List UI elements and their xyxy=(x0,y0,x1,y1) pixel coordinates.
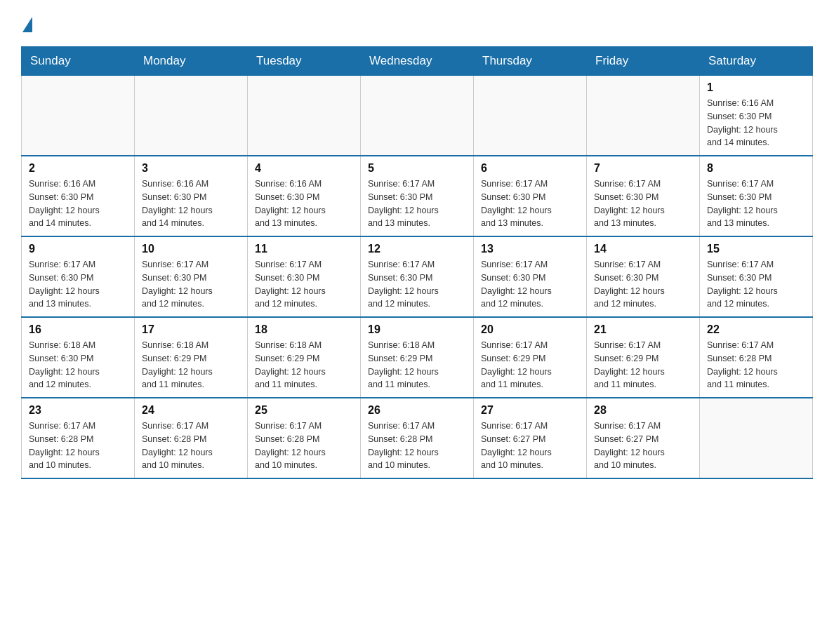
calendar-cell: 26Sunrise: 6:17 AM Sunset: 6:28 PM Dayli… xyxy=(361,398,474,478)
calendar-cell: 8Sunrise: 6:17 AM Sunset: 6:30 PM Daylig… xyxy=(700,156,813,236)
day-number: 3 xyxy=(142,162,240,175)
day-info: Sunrise: 6:17 AM Sunset: 6:28 PM Dayligh… xyxy=(368,420,466,472)
calendar-cell: 7Sunrise: 6:17 AM Sunset: 6:30 PM Daylig… xyxy=(587,156,700,236)
day-info: Sunrise: 6:17 AM Sunset: 6:28 PM Dayligh… xyxy=(707,339,805,391)
day-info: Sunrise: 6:17 AM Sunset: 6:30 PM Dayligh… xyxy=(707,258,805,311)
calendar-week-row: 23Sunrise: 6:17 AM Sunset: 6:28 PM Dayli… xyxy=(22,398,813,478)
calendar-cell xyxy=(361,76,474,156)
day-info: Sunrise: 6:16 AM Sunset: 6:30 PM Dayligh… xyxy=(142,177,240,230)
calendar-cell xyxy=(474,76,587,156)
day-number: 4 xyxy=(255,162,353,175)
logo xyxy=(21,14,32,32)
day-number: 16 xyxy=(29,323,127,336)
calendar-cell: 23Sunrise: 6:17 AM Sunset: 6:28 PM Dayli… xyxy=(22,398,135,478)
calendar-cell: 17Sunrise: 6:18 AM Sunset: 6:29 PM Dayli… xyxy=(135,317,248,398)
calendar-cell: 19Sunrise: 6:18 AM Sunset: 6:29 PM Dayli… xyxy=(361,317,474,398)
day-info: Sunrise: 6:17 AM Sunset: 6:30 PM Dayligh… xyxy=(707,177,805,230)
day-info: Sunrise: 6:17 AM Sunset: 6:30 PM Dayligh… xyxy=(481,258,579,311)
day-number: 12 xyxy=(368,243,466,255)
calendar-cell xyxy=(587,76,700,156)
calendar-cell: 28Sunrise: 6:17 AM Sunset: 6:27 PM Dayli… xyxy=(587,398,700,478)
day-number: 25 xyxy=(255,404,353,417)
day-of-week-header: Friday xyxy=(587,47,700,76)
calendar-cell: 5Sunrise: 6:17 AM Sunset: 6:30 PM Daylig… xyxy=(361,156,474,236)
day-number: 6 xyxy=(481,162,579,175)
day-number: 20 xyxy=(481,323,579,336)
day-info: Sunrise: 6:17 AM Sunset: 6:30 PM Dayligh… xyxy=(594,258,692,311)
day-number: 9 xyxy=(29,243,127,255)
calendar-cell: 4Sunrise: 6:16 AM Sunset: 6:30 PM Daylig… xyxy=(248,156,361,236)
day-info: Sunrise: 6:17 AM Sunset: 6:30 PM Dayligh… xyxy=(368,177,466,230)
day-info: Sunrise: 6:16 AM Sunset: 6:30 PM Dayligh… xyxy=(29,177,127,230)
calendar-cell: 27Sunrise: 6:17 AM Sunset: 6:27 PM Dayli… xyxy=(474,398,587,478)
day-of-week-header: Tuesday xyxy=(248,47,361,76)
day-number: 23 xyxy=(29,404,127,417)
day-info: Sunrise: 6:16 AM Sunset: 6:30 PM Dayligh… xyxy=(255,177,353,230)
logo-triangle-icon xyxy=(22,17,32,32)
calendar-cell xyxy=(248,76,361,156)
calendar-cell: 25Sunrise: 6:17 AM Sunset: 6:28 PM Dayli… xyxy=(248,398,361,478)
calendar-cell: 15Sunrise: 6:17 AM Sunset: 6:30 PM Dayli… xyxy=(700,236,813,317)
day-info: Sunrise: 6:17 AM Sunset: 6:28 PM Dayligh… xyxy=(255,420,353,472)
calendar-cell: 10Sunrise: 6:17 AM Sunset: 6:30 PM Dayli… xyxy=(135,236,248,317)
calendar-cell: 22Sunrise: 6:17 AM Sunset: 6:28 PM Dayli… xyxy=(700,317,813,398)
day-number: 24 xyxy=(142,404,240,417)
day-number: 27 xyxy=(481,404,579,417)
calendar-cell: 13Sunrise: 6:17 AM Sunset: 6:30 PM Dayli… xyxy=(474,236,587,317)
day-number: 18 xyxy=(255,323,353,336)
day-info: Sunrise: 6:17 AM Sunset: 6:29 PM Dayligh… xyxy=(481,339,579,391)
day-number: 5 xyxy=(368,162,466,175)
calendar-cell: 16Sunrise: 6:18 AM Sunset: 6:30 PM Dayli… xyxy=(22,317,135,398)
calendar-cell: 21Sunrise: 6:17 AM Sunset: 6:29 PM Dayli… xyxy=(587,317,700,398)
day-number: 8 xyxy=(707,162,805,175)
calendar-cell: 14Sunrise: 6:17 AM Sunset: 6:30 PM Dayli… xyxy=(587,236,700,317)
day-number: 2 xyxy=(29,162,127,175)
day-number: 17 xyxy=(142,323,240,336)
day-info: Sunrise: 6:18 AM Sunset: 6:29 PM Dayligh… xyxy=(255,339,353,391)
calendar-cell: 9Sunrise: 6:17 AM Sunset: 6:30 PM Daylig… xyxy=(22,236,135,317)
day-number: 28 xyxy=(594,404,692,417)
day-info: Sunrise: 6:18 AM Sunset: 6:29 PM Dayligh… xyxy=(142,339,240,391)
calendar-week-row: 1Sunrise: 6:16 AM Sunset: 6:30 PM Daylig… xyxy=(22,76,813,156)
day-number: 21 xyxy=(594,323,692,336)
day-of-week-header: Wednesday xyxy=(361,47,474,76)
calendar-cell: 18Sunrise: 6:18 AM Sunset: 6:29 PM Dayli… xyxy=(248,317,361,398)
day-number: 13 xyxy=(481,243,579,255)
calendar-cell: 3Sunrise: 6:16 AM Sunset: 6:30 PM Daylig… xyxy=(135,156,248,236)
page-header xyxy=(21,14,813,32)
calendar-week-row: 2Sunrise: 6:16 AM Sunset: 6:30 PM Daylig… xyxy=(22,156,813,236)
day-number: 15 xyxy=(707,243,805,255)
calendar-cell: 2Sunrise: 6:16 AM Sunset: 6:30 PM Daylig… xyxy=(22,156,135,236)
calendar-cell xyxy=(700,398,813,478)
day-info: Sunrise: 6:17 AM Sunset: 6:30 PM Dayligh… xyxy=(594,177,692,230)
day-info: Sunrise: 6:17 AM Sunset: 6:30 PM Dayligh… xyxy=(481,177,579,230)
day-of-week-header: Sunday xyxy=(22,47,135,76)
calendar-table: SundayMondayTuesdayWednesdayThursdayFrid… xyxy=(21,46,813,479)
day-info: Sunrise: 6:17 AM Sunset: 6:28 PM Dayligh… xyxy=(142,420,240,472)
calendar-cell: 6Sunrise: 6:17 AM Sunset: 6:30 PM Daylig… xyxy=(474,156,587,236)
day-info: Sunrise: 6:17 AM Sunset: 6:27 PM Dayligh… xyxy=(594,420,692,472)
calendar-cell: 24Sunrise: 6:17 AM Sunset: 6:28 PM Dayli… xyxy=(135,398,248,478)
day-number: 1 xyxy=(707,81,805,94)
day-info: Sunrise: 6:18 AM Sunset: 6:30 PM Dayligh… xyxy=(29,339,127,391)
day-number: 22 xyxy=(707,323,805,336)
day-of-week-header: Thursday xyxy=(474,47,587,76)
day-info: Sunrise: 6:16 AM Sunset: 6:30 PM Dayligh… xyxy=(707,97,805,149)
calendar-cell: 1Sunrise: 6:16 AM Sunset: 6:30 PM Daylig… xyxy=(700,76,813,156)
calendar-week-row: 9Sunrise: 6:17 AM Sunset: 6:30 PM Daylig… xyxy=(22,236,813,317)
day-number: 7 xyxy=(594,162,692,175)
day-info: Sunrise: 6:17 AM Sunset: 6:29 PM Dayligh… xyxy=(594,339,692,391)
calendar-week-row: 16Sunrise: 6:18 AM Sunset: 6:30 PM Dayli… xyxy=(22,317,813,398)
day-number: 10 xyxy=(142,243,240,255)
calendar-cell: 11Sunrise: 6:17 AM Sunset: 6:30 PM Dayli… xyxy=(248,236,361,317)
day-number: 26 xyxy=(368,404,466,417)
calendar-cell xyxy=(135,76,248,156)
calendar-cell: 12Sunrise: 6:17 AM Sunset: 6:30 PM Dayli… xyxy=(361,236,474,317)
calendar-header-row: SundayMondayTuesdayWednesdayThursdayFrid… xyxy=(22,47,813,76)
day-number: 14 xyxy=(594,243,692,255)
day-of-week-header: Monday xyxy=(135,47,248,76)
day-number: 19 xyxy=(368,323,466,336)
day-info: Sunrise: 6:17 AM Sunset: 6:27 PM Dayligh… xyxy=(481,420,579,472)
calendar-cell: 20Sunrise: 6:17 AM Sunset: 6:29 PM Dayli… xyxy=(474,317,587,398)
day-info: Sunrise: 6:17 AM Sunset: 6:30 PM Dayligh… xyxy=(142,258,240,311)
